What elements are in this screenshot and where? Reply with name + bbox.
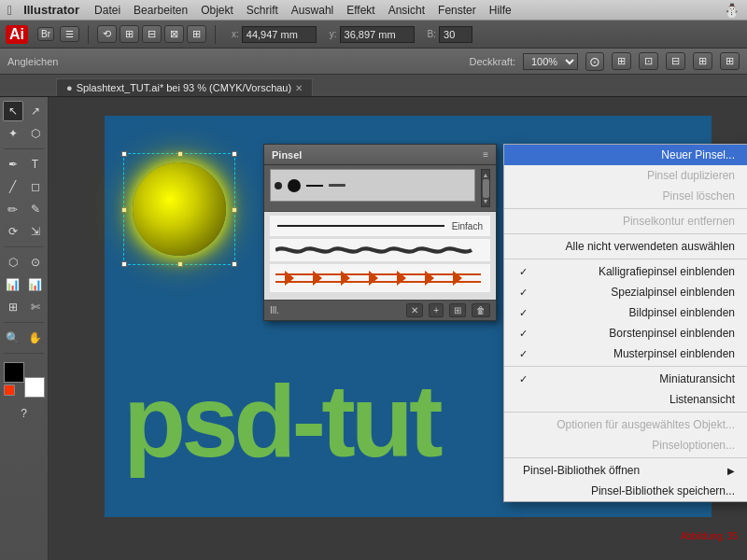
- brush-row-textured[interactable]: [270, 239, 490, 261]
- brush-label-einfach: Einfach: [452, 221, 483, 231]
- menu-datei[interactable]: Datei: [94, 4, 120, 17]
- panel-scrollbar[interactable]: ▲ ▼: [481, 169, 490, 207]
- deckkraft-dropdown[interactable]: 100%: [523, 53, 578, 70]
- pinsel-new-brush[interactable]: +: [429, 303, 444, 317]
- handle-top-right[interactable]: [232, 151, 237, 157]
- cm-item-pinselopt[interactable]: Pinseloptionen...: [504, 435, 747, 455]
- brush-preset-dash2[interactable]: [329, 184, 345, 187]
- magic-wand-tool[interactable]: ✦: [3, 123, 23, 144]
- menu-effekt[interactable]: Effekt: [346, 4, 374, 17]
- type-tool[interactable]: T: [25, 154, 46, 175]
- pinsel-options-btn[interactable]: ⊞: [449, 303, 466, 317]
- slice-tool[interactable]: ✄: [25, 297, 46, 317]
- active-tab[interactable]: ● Splashtext_TUT.ai* bei 93 % (CMYK/Vors…: [56, 78, 313, 96]
- cm-item-neuer-pinsel[interactable]: Neuer Pinsel...: [504, 145, 747, 165]
- align-btn[interactable]: ⊟: [142, 25, 162, 43]
- pinsel-delete-brush[interactable]: ✕: [406, 303, 423, 317]
- y-input[interactable]: [340, 26, 415, 43]
- tab-close-button[interactable]: ✕: [295, 83, 303, 93]
- options-icon3[interactable]: ⊟: [666, 52, 685, 70]
- column-chart-tool[interactable]: 📊: [3, 274, 23, 295]
- scrollbar-thumb: [483, 179, 489, 198]
- brush-preset-dash[interactable]: [306, 185, 323, 187]
- brush-preset-circle[interactable]: [288, 179, 301, 192]
- cm-item-duplizieren[interactable]: Pinsel duplizieren: [504, 165, 747, 186]
- handle-middle-right[interactable]: [232, 207, 237, 213]
- apple-menu[interactable]: : [7, 3, 12, 18]
- w-input[interactable]: [439, 26, 472, 43]
- select-tool[interactable]: ↖: [3, 101, 23, 121]
- cm-item-spezial[interactable]: ✓ Spezialpinsel einblenden: [504, 282, 747, 302]
- brush-preset-dot[interactable]: [275, 182, 282, 189]
- arrange-button[interactable]: ☰: [60, 26, 79, 42]
- handle-bottom-center[interactable]: [177, 261, 183, 267]
- warp-tool[interactable]: ⬡: [3, 252, 23, 273]
- paintbrush-tool[interactable]: ✏: [3, 199, 23, 219]
- cm-item-alle[interactable]: Alle nicht verwendeten auswählen: [504, 236, 747, 257]
- y-coord-group: y:: [330, 26, 415, 43]
- menu-fenster[interactable]: Fenster: [438, 4, 476, 17]
- grid2-btn[interactable]: ⊞: [187, 25, 206, 43]
- menu-hilfe[interactable]: Hilfe: [489, 4, 512, 17]
- cm-item-kontur[interactable]: Pinselkontur entfernen: [504, 211, 747, 231]
- cm-item-bib-speichern[interactable]: Pinsel-Bibliothek speichern...: [504, 481, 747, 501]
- cm-label-neuer: Neuer Pinsel...: [661, 148, 735, 161]
- zoom-tool[interactable]: 🔍: [3, 328, 23, 348]
- background-swatch[interactable]: [24, 377, 45, 398]
- foreground-swatch[interactable]: [4, 362, 24, 383]
- handle-bottom-right[interactable]: [232, 261, 237, 267]
- lasso-tool[interactable]: ⬡: [25, 123, 46, 144]
- cm-item-miniatur[interactable]: ✓ Miniaturansicht: [504, 369, 747, 389]
- cm-item-bib-oeffnen[interactable]: Pinsel-Bibliothek öffnen ▶: [504, 460, 747, 481]
- cm-item-kalli[interactable]: ✓ Kalligrafiepinsel einblenden: [504, 261, 747, 282]
- hand-tool[interactable]: ✋: [25, 328, 46, 348]
- cm-item-loeschen[interactable]: Pinsel löschen: [504, 186, 747, 206]
- blend-tool[interactable]: ⊙: [25, 252, 46, 273]
- distribute-btn[interactable]: ⊠: [164, 25, 184, 43]
- options-icon2[interactable]: ⊡: [639, 52, 658, 70]
- scale-tool[interactable]: ⇲: [25, 221, 46, 242]
- menu-objekt[interactable]: Objekt: [201, 4, 233, 17]
- pinsel-menu-button[interactable]: ≡: [483, 149, 488, 160]
- cm-item-liste[interactable]: Listenansicht: [504, 389, 747, 410]
- pen-tool[interactable]: ✒: [3, 154, 23, 175]
- shape-tool[interactable]: ◻: [25, 176, 46, 197]
- bar-chart-tool[interactable]: 📊: [25, 274, 46, 295]
- cm-check-bild: ✓: [519, 307, 528, 319]
- selected-circle-object[interactable]: [123, 153, 235, 265]
- handle-bottom-left[interactable]: [121, 261, 127, 267]
- menu-ansicht[interactable]: Ansicht: [388, 4, 425, 17]
- menu-schrift[interactable]: Schrift: [247, 4, 278, 17]
- menu-auswahl[interactable]: Auswahl: [291, 4, 333, 17]
- menu-bearbeiten[interactable]: Bearbeiten: [134, 4, 188, 17]
- br-button[interactable]: Br: [37, 27, 54, 41]
- tab-title: Splashtext_TUT.ai* bei 93 % (CMYK/Vorsch…: [77, 82, 292, 93]
- brush-row-simple[interactable]: Einfach: [270, 216, 490, 236]
- help-tool[interactable]: ?: [14, 403, 35, 424]
- options-icon1[interactable]: ⊞: [612, 52, 631, 70]
- pinsel-trash-btn[interactable]: 🗑: [472, 303, 490, 317]
- options-icon5[interactable]: ⊞: [720, 52, 740, 70]
- handle-top-left[interactable]: [121, 151, 127, 157]
- handle-top-center[interactable]: [177, 151, 183, 157]
- handle-middle-left[interactable]: [121, 207, 127, 213]
- tool-sep-4: [4, 353, 44, 354]
- rotate-tool[interactable]: ⟳: [3, 221, 23, 242]
- cm-item-optionen[interactable]: Optionen für ausgewähltes Objekt...: [504, 414, 747, 435]
- options-icon4[interactable]: ⊞: [693, 52, 712, 70]
- artboard-tool[interactable]: ⊞: [3, 297, 23, 317]
- grid-btn[interactable]: ⊞: [120, 25, 139, 43]
- cm-item-bild[interactable]: ✓ Bildpinsel einblenden: [504, 302, 747, 323]
- cm-item-muster[interactable]: ✓ Musterpinsel einblenden: [504, 343, 747, 364]
- line-tool[interactable]: ╱: [3, 176, 23, 197]
- cm-label-bild: Bildpinsel einblenden: [629, 306, 735, 319]
- brush-row-arrows[interactable]: [270, 264, 490, 292]
- pencil-tool[interactable]: ✎: [25, 199, 46, 219]
- opacity-icon[interactable]: ⊙: [585, 52, 604, 71]
- direct-select-tool[interactable]: ↗: [25, 101, 46, 121]
- rotate-view[interactable]: ⟲: [97, 25, 117, 43]
- brush-stroke-simple: [277, 225, 444, 227]
- pinsel-panel-header[interactable]: Pinsel ≡: [264, 145, 496, 165]
- x-input[interactable]: [242, 26, 317, 43]
- cm-item-borsten[interactable]: ✓ Borstenpinsel einblenden: [504, 323, 747, 343]
